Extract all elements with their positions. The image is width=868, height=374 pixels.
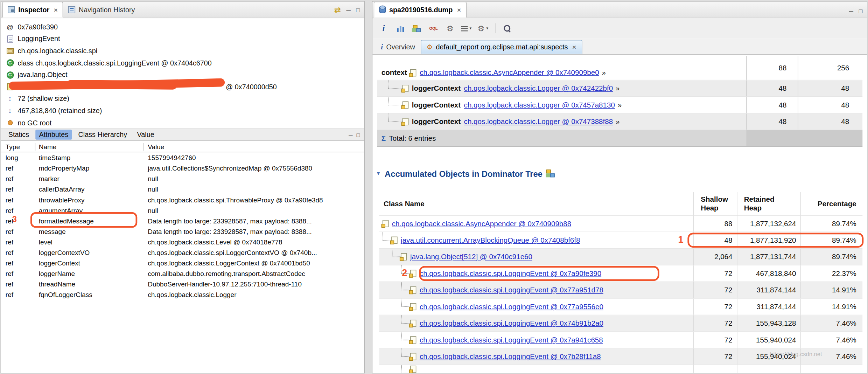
detail-tab-value[interactable]: Value bbox=[133, 130, 158, 139]
minimize-icon[interactable]: ─ bbox=[349, 132, 352, 138]
dominator-row[interactable]: ch.qos.logback.classic.spi.LoggingEvent … bbox=[379, 282, 862, 298]
attribute-name: message bbox=[35, 228, 144, 235]
dominator-tree-icon[interactable] bbox=[410, 22, 424, 35]
dominator-row[interactable]: ch.qos.logback.classic.spi.LoggingEvent … bbox=[379, 265, 862, 282]
tab-heap-dump[interactable]: spa20190516.dump × bbox=[374, 2, 467, 18]
minimize-icon[interactable]: ─ bbox=[346, 7, 350, 13]
path-row[interactable]: loggerContextch.qos.logback.classic.Logg… bbox=[377, 97, 862, 113]
dominator-row[interactable]: java.util.concurrent.ArrayBlockingQueue … bbox=[379, 232, 862, 249]
object-link[interactable]: ch.qos.logback.classic.spi.LoggingEvent … bbox=[420, 336, 603, 344]
attribute-type: ref bbox=[1, 217, 35, 224]
object-icon bbox=[410, 270, 416, 277]
info-icon[interactable]: i bbox=[377, 22, 390, 35]
object-link[interactable]: ch.qos.logback.classic.spi.LoggingEvent … bbox=[420, 352, 601, 361]
dominator-row[interactable]: ch.qos.logback.classic.spi.LoggingEvent … bbox=[379, 299, 862, 315]
minimize-icon[interactable]: ─ bbox=[849, 8, 853, 14]
column-header-name[interactable]: Name bbox=[35, 143, 144, 150]
path-row[interactable]: loggerContextch.qos.logback.classic.Logg… bbox=[377, 113, 862, 130]
close-icon[interactable]: × bbox=[572, 43, 576, 51]
detail-tab-attributes[interactable]: Attributes bbox=[35, 130, 72, 139]
queries-menu-icon[interactable]: ▼ bbox=[460, 22, 473, 35]
object-link[interactable]: ch.qos.logback.classic.Logger @ 0x747388… bbox=[464, 117, 613, 126]
column-header-value[interactable]: Value bbox=[144, 143, 364, 150]
object-link[interactable]: ch.qos.logback.classic.Logger @ 0x7457a8… bbox=[464, 101, 615, 109]
heap-dump-editor: spa20190516.dump × ─ □ iOQL⚙▼⚙▼ i Overvi… bbox=[372, 1, 868, 373]
attribute-row[interactable]: reflevelch.qos.logback.classic.Level @ 0… bbox=[1, 237, 364, 247]
path-row[interactable]: loggerContextch.qos.logback.classic.Logg… bbox=[377, 80, 862, 97]
shallow-heap-value bbox=[693, 365, 737, 373]
histogram-icon[interactable] bbox=[394, 22, 407, 35]
attribute-row[interactable]: refmessageData length too large: 2339285… bbox=[1, 226, 364, 237]
attribute-value: 1557994942760 bbox=[144, 154, 364, 161]
attribute-row[interactable]: refcallerDataArraynull bbox=[1, 184, 364, 194]
column-header-type[interactable]: Type bbox=[1, 143, 35, 150]
retained-heap-value: 155,940,024 bbox=[737, 332, 800, 348]
detail-tab-statics[interactable]: Statics bbox=[5, 130, 33, 139]
attribute-value: null bbox=[144, 206, 364, 214]
dominator-row-partial bbox=[379, 365, 862, 373]
tree-indent bbox=[382, 113, 388, 130]
close-icon[interactable]: × bbox=[54, 6, 58, 14]
dominator-row[interactable]: ch.qos.logback.classic.spi.LoggingEvent … bbox=[379, 332, 862, 348]
maximize-icon[interactable]: □ bbox=[859, 8, 863, 14]
object-link[interactable]: java.lang.Object[512] @ 0x740c91e60 bbox=[410, 252, 532, 261]
path-row[interactable]: contextch.qos.logback.classic.AsyncAppen… bbox=[377, 56, 862, 81]
attribute-row[interactable]: refmarkernull bbox=[1, 173, 364, 184]
dominator-row[interactable]: ch.qos.logback.classic.AsyncAppender @ 0… bbox=[379, 215, 862, 232]
object-link[interactable]: ch.qos.logback.classic.AsyncAppender @ 0… bbox=[420, 68, 599, 77]
dominator-row[interactable]: ch.qos.logback.classic.spi.LoggingEvent … bbox=[379, 315, 862, 332]
tree-connector bbox=[383, 232, 391, 241]
object-info-text: class ch.qos.logback.classic.spi.Logging… bbox=[18, 59, 212, 67]
object-link[interactable]: ch.qos.logback.classic.Logger @ 0x742422… bbox=[464, 84, 613, 92]
tab-overview[interactable]: i Overview bbox=[375, 40, 420, 54]
shallow-heap-value: 72 bbox=[693, 315, 737, 331]
object-link[interactable]: ch.qos.logback.classic.spi.LoggingEvent … bbox=[420, 303, 603, 311]
detail-pane-actions: ─□ bbox=[349, 132, 364, 138]
tab-navigation-history[interactable]: Navigation History bbox=[63, 2, 140, 18]
object-link[interactable]: java.util.concurrent.ArrayBlockingQueue … bbox=[401, 236, 580, 244]
attribute-row[interactable]: refthrowableProxych.qos.logback.classic.… bbox=[1, 194, 364, 205]
attribute-row[interactable]: refargumentArraynull bbox=[1, 205, 364, 215]
attribute-row[interactable]: refformattedMessageData length too large… bbox=[1, 215, 364, 226]
thread-overview-icon[interactable]: ⚙ bbox=[443, 22, 457, 35]
object-link[interactable]: ch.qos.logback.classic.spi.LoggingEvent … bbox=[420, 269, 601, 278]
object-icon bbox=[402, 85, 408, 92]
column-header-class-name[interactable]: Class Name bbox=[379, 200, 693, 208]
tab-inspector-label: Inspector bbox=[18, 6, 49, 14]
column-header-percentage[interactable]: Percentage bbox=[800, 192, 862, 215]
tab-default-report[interactable]: ⚙ default_report org.eclipse.mat.api:sus… bbox=[421, 40, 582, 54]
attribute-row[interactable]: longtimeStamp1557994942760 bbox=[1, 152, 364, 163]
close-icon[interactable]: × bbox=[457, 6, 461, 14]
class-name-cell: ch.qos.logback.classic.spi.LoggingEvent … bbox=[379, 265, 693, 282]
object-icon bbox=[383, 220, 388, 227]
oql-icon[interactable]: OQL bbox=[427, 22, 440, 35]
attribute-row[interactable]: refloggerContextVOch.qos.logback.classic… bbox=[1, 247, 364, 258]
attribute-row[interactable]: refloggerContextch.qos.logback.classic.L… bbox=[1, 258, 364, 268]
object-info-line: LoggingEvent bbox=[1, 33, 364, 45]
attribute-type: ref bbox=[1, 280, 35, 288]
attribute-row[interactable]: refmdcPropertyMapjava.util.Collections$S… bbox=[1, 163, 364, 173]
maximize-icon[interactable]: □ bbox=[356, 7, 360, 13]
link-with-snapshot-icon[interactable]: ⇄ bbox=[334, 6, 341, 14]
column-header-retained-heap[interactable]: Retained Heap bbox=[737, 192, 800, 215]
object-link[interactable]: ch.qos.logback.classic.spi.LoggingEvent … bbox=[420, 319, 603, 327]
column-header-shallow-heap[interactable]: Shallow Heap bbox=[693, 192, 737, 215]
attribute-row[interactable]: reffqnOfLoggerClassch.qos.logback.classi… bbox=[1, 289, 364, 300]
dominator-row[interactable]: java.lang.Object[512] @ 0x740c91e602,064… bbox=[379, 249, 862, 265]
class-icon: C bbox=[6, 59, 14, 67]
object-link[interactable]: ch.qos.logback.classic.spi.LoggingEvent … bbox=[420, 286, 603, 294]
search-icon[interactable] bbox=[500, 22, 514, 35]
collapse-twistie-icon[interactable]: ▼ bbox=[376, 171, 381, 176]
attribute-row[interactable]: refthreadNameDubboServerHandler-10.97.12… bbox=[1, 279, 364, 289]
object-link[interactable]: ch.qos.logback.classic.AsyncAppender @ 0… bbox=[392, 220, 571, 228]
info-icon: i bbox=[381, 43, 383, 51]
object-icon bbox=[402, 118, 408, 125]
attribute-row[interactable]: refloggerNamecom.alibaba.dubbo.remoting.… bbox=[1, 268, 364, 279]
detail-tab-class-hierarchy[interactable]: Class Hierarchy bbox=[74, 130, 131, 139]
maximize-icon[interactable]: □ bbox=[356, 132, 360, 138]
field-name: context bbox=[382, 68, 407, 77]
object-icon bbox=[410, 286, 416, 294]
dropdown-caret-icon: ▼ bbox=[486, 27, 489, 30]
inspections-menu-icon[interactable]: ⚙▼ bbox=[477, 22, 490, 35]
tab-inspector[interactable]: Inspector × bbox=[2, 2, 63, 18]
